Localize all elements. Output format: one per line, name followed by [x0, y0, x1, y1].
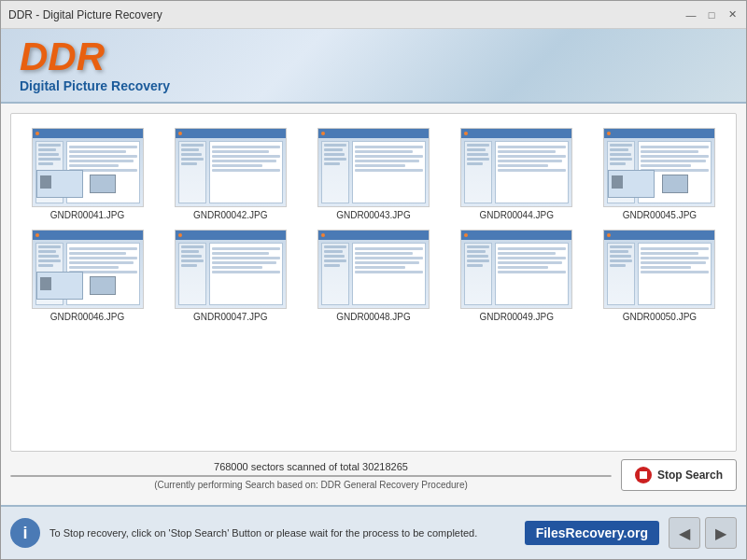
- thumbnail-name: GNDR00043.JPG: [336, 210, 410, 220]
- stop-search-button[interactable]: Stop Search: [621, 459, 737, 491]
- brand-logo: FilesRecovery.org: [525, 521, 659, 545]
- thumbnail-name: GNDR00050.JPG: [623, 312, 697, 322]
- thumbnail-item[interactable]: GNDR00048.JPG: [306, 230, 440, 322]
- thumbnail-item[interactable]: GNDR00050.JPG: [593, 230, 726, 322]
- logo-ddr: DDR: [20, 37, 170, 77]
- titlebar: DDR - Digital Picture Recovery — □ ✕: [1, 1, 746, 29]
- nav-buttons: ◀ ▶: [669, 517, 737, 549]
- thumbnail-name: GNDR00049.JPG: [479, 312, 553, 322]
- thumbnail-item[interactable]: GNDR00043.JPG: [306, 128, 440, 220]
- logo-area: DDR Digital Picture Recovery: [20, 37, 170, 93]
- stop-icon: [635, 467, 652, 483]
- thumbnail-item[interactable]: GNDR00041.JPG: [21, 128, 154, 220]
- thumbnail-name: GNDR00047.JPG: [193, 312, 267, 322]
- stop-icon-square: [640, 471, 647, 479]
- thumbnail-item[interactable]: GNDR00044.JPG: [450, 128, 584, 220]
- thumbnail-image: [32, 128, 144, 207]
- thumbnail-item[interactable]: GNDR00046.JPG: [21, 230, 154, 322]
- thumbnail-name: GNDR00045.JPG: [623, 210, 697, 220]
- back-button[interactable]: ◀: [669, 517, 700, 549]
- progress-sectors-text: 768000 sectors scanned of total 30218265: [10, 461, 612, 472]
- thumbnail-image: [317, 128, 430, 207]
- thumbnail-item[interactable]: GNDR00045.JPG: [593, 128, 726, 220]
- thumbnail-name: GNDR00046.JPG: [50, 312, 124, 322]
- progress-bar-container: [10, 475, 612, 477]
- bottom-info-text: To Stop recovery, click on 'Stop Search'…: [49, 527, 515, 539]
- thumbnail-image: [317, 230, 430, 309]
- progress-status: (Currently performing Search based on: D…: [10, 480, 612, 490]
- thumbnail-image: [460, 230, 572, 309]
- thumbnail-image: [175, 230, 287, 309]
- thumbnail-name: GNDR00048.JPG: [336, 312, 410, 322]
- thumbnail-image: [175, 128, 287, 207]
- logo-subtitle: Digital Picture Recovery: [20, 78, 170, 93]
- thumbnail-image: [32, 230, 144, 309]
- thumbnail-image: [603, 230, 715, 309]
- header: DDR Digital Picture Recovery: [1, 29, 746, 104]
- close-button[interactable]: ✕: [726, 8, 739, 21]
- titlebar-title: DDR - Digital Picture Recovery: [8, 8, 162, 21]
- main-content: GNDR00041.JPG: [1, 104, 746, 505]
- maximize-button[interactable]: □: [705, 8, 718, 21]
- progress-row: 768000 sectors scanned of total 30218265…: [10, 459, 737, 491]
- thumbnail-item[interactable]: GNDR00042.JPG: [163, 128, 297, 220]
- minimize-button[interactable]: —: [684, 8, 698, 21]
- titlebar-controls: — □ ✕: [684, 8, 739, 21]
- thumbnails-panel: GNDR00041.JPG: [10, 113, 737, 452]
- info-icon: i: [10, 518, 40, 548]
- progress-area: 768000 sectors scanned of total 30218265…: [10, 452, 737, 496]
- thumbnail-item[interactable]: GNDR00049.JPG: [450, 230, 584, 322]
- thumbnail-item[interactable]: GNDR00047.JPG: [163, 230, 297, 322]
- thumbnail-image: [603, 128, 715, 207]
- thumbnail-name: GNDR00041.JPG: [50, 210, 124, 220]
- thumbnail-image: [460, 128, 572, 207]
- thumbnail-name: GNDR00042.JPG: [193, 210, 267, 220]
- thumbnail-name: GNDR00044.JPG: [479, 210, 553, 220]
- forward-button[interactable]: ▶: [705, 517, 737, 549]
- stop-button-label: Stop Search: [657, 469, 723, 482]
- thumbnails-grid: GNDR00041.JPG: [21, 128, 726, 322]
- thumbnails-scroll-area[interactable]: GNDR00041.JPG: [11, 114, 736, 451]
- bottom-bar: i To Stop recovery, click on 'Stop Searc…: [1, 505, 746, 559]
